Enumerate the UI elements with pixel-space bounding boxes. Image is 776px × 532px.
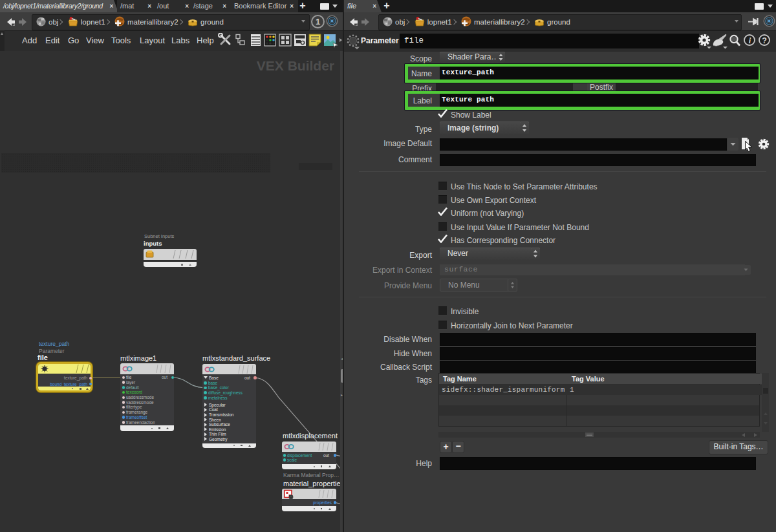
svg-text:?: ?	[762, 36, 767, 45]
svg-text:i: i	[749, 36, 751, 45]
